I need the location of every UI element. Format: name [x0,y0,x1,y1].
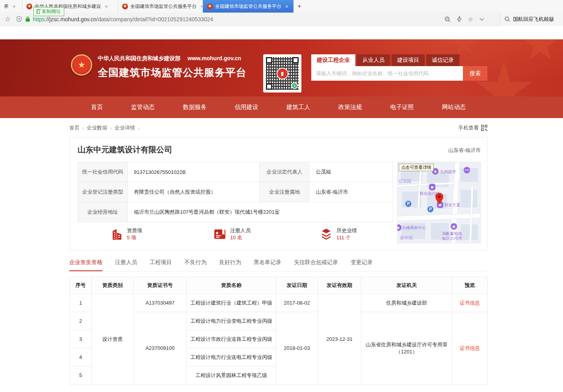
browser-tab-1[interactable]: 界 × [0,0,22,13]
copy-url-tooltip: 复制网址 [33,7,64,16]
qualification-table: 序号 资质类别 资质证书号 资质名称 发证日期 发证有效期 发证机关 预览 1 … [69,277,488,385]
table-header-row: 序号 资质类别 资质证书号 资质名称 发证日期 发证有效期 发证机关 预览 [70,277,488,294]
breadcrumb-home[interactable]: 首页 [69,124,80,131]
business-address-value: 临沂市兰山区陶然路107号星河晶都（联安）现代城1号楼2201室 [127,202,392,222]
map-label-business-center: 九峰商务中心 [402,226,426,230]
search-tab-credit[interactable]: 诚信记录 [426,54,459,66]
registered-region-value: 山东省-临沂市 [309,182,393,202]
stat-registered-personnel[interactable]: 注册人员10 名 [214,227,251,241]
certificate-info-link[interactable]: 证书信息 [460,345,480,351]
tab-blacklist[interactable]: 黑名单记录 [254,259,281,271]
main-nav: 首页 监管动态 数据服务 信用建设 建筑工人 政策法规 电子证照 网站动态 [0,96,563,118]
qr-center-logo: ▮ [277,68,288,80]
browser-tab-3[interactable]: 全国建筑市场监管公共服务平台 × [118,0,203,13]
qual-name-cell: 工程设计风景园林工程专项乙级 [187,366,276,385]
news-search-box[interactable]: 国航回应飞机颠簸 [500,13,563,26]
favorites-star-icon[interactable]: ☆ [468,16,473,23]
stat-historical-performance[interactable]: 历史业绩111 个 [320,227,357,241]
tab-dishonesty-records[interactable]: 失信联合惩戒记录 [294,259,338,271]
search-tab-project[interactable]: 建设项目 [392,54,425,66]
nav-site-news[interactable]: 网站动态 [442,104,466,111]
nav-supervision[interactable]: 监管动态 [131,104,155,111]
field-label: 企业法定代表人 [260,162,309,182]
new-tab-button[interactable]: + [294,0,305,13]
page-top-gap [0,26,563,39]
search-tab-personnel[interactable]: 从业人员 [357,54,390,66]
cert-no-cell: A137030497 [134,294,187,312]
col-header-preview: 预览 [452,277,488,294]
url-bar[interactable]: ☆ https://jzsc.mohurd.gov.cn/data/compan… [0,13,563,26]
nav-policy[interactable]: 政策法规 [338,104,362,111]
col-header-authority: 发证机关 [361,277,452,294]
flash-icon[interactable] [457,16,462,22]
qr-code-icon[interactable] [481,125,487,131]
seq-cell: 4 [70,348,92,366]
mohurd-favicon [122,4,128,9]
tab-registered-personnel[interactable]: 注册人员 [115,259,137,271]
col-header-seq: 序号 [70,277,92,294]
authority-cell: 住房和城乡建设部 [361,294,452,312]
seq-cell: 1 [70,294,92,312]
nav-home[interactable]: 首页 [91,104,103,111]
qr-miniprogram-icon: s [291,82,298,89]
bookmark-star-icon[interactable]: ☆ [5,15,11,23]
chevron-down-icon[interactable] [479,18,484,21]
tab-bad-behavior[interactable]: 不良行为 [184,259,206,271]
map-label-battery-agent: 风帆蓄电池 临沂总代理 [442,231,462,241]
col-header-issue-date: 发证日期 [276,277,318,294]
breadcrumb-detail[interactable]: 企业详情 [115,124,135,131]
nav-credit[interactable]: 信用建设 [235,104,258,111]
legal-rep-value: 公茂福 [309,162,393,182]
tab-close-icon[interactable]: × [285,4,288,9]
tab-projects[interactable]: 工程项目 [150,259,172,271]
zoom-out-icon[interactable] [444,16,451,22]
stat-label: 资质项 [127,227,142,234]
nav-data-service[interactable]: 数据服务 [183,104,206,111]
url-text[interactable]: https://jzsc.mohurd.gov.cn/data/company/… [33,16,213,22]
national-emblem-icon: ★ [71,54,92,76]
battery-poi-icon: ▣ [451,223,457,229]
certificate-icon [214,228,226,240]
company-region: 山东省-临沂市 [448,147,481,154]
seq-cell: 5 [70,366,92,385]
stat-value: 10 名 [230,234,251,241]
mohurd-favicon [26,4,32,9]
tab-change-records[interactable]: 变更记录 [351,259,373,271]
nav-e-license[interactable]: 电子证照 [390,104,414,111]
authority-cell: 山东省住房和城乡建设厅许可专用章（1201） [361,312,452,385]
ministry-name: 中华人民共和国住房和城乡建设部 [98,55,180,62]
search-tab-enterprise[interactable]: 建设工程企业 [311,54,355,66]
map-block [461,224,478,240]
field-label: 统一社会信用代码 [78,162,128,182]
qual-name-cell: 工程设计电力行业送电工程专业丙级 [187,348,276,366]
qr-finder [292,57,299,63]
tab-close-icon[interactable]: × [105,4,108,9]
breadcrumb-enterprise-data[interactable]: 企业数据 [87,124,107,131]
parking-icon: P [405,201,411,207]
company-name: 山东中元建筑设计有限公司 [78,144,172,155]
nav-workers[interactable]: 建筑工人 [286,104,310,111]
preview-cell: 证书信息 [452,312,488,385]
location-map[interactable]: ◉ 九州超市 ATM 记花园 ▣ 联安现代城 ▣ 联安大厦 P P ◉ 九峰商务… [397,162,481,243]
mobile-view-label[interactable]: 手机查看 [458,124,479,131]
building-icon [111,228,123,240]
shield-icon[interactable] [16,16,22,22]
tab-close-icon[interactable]: × [13,4,16,9]
tab-good-behavior[interactable]: 良好行为 [219,259,241,271]
qr-pattern: ▮ s [266,57,299,90]
keyword-search-input[interactable] [311,66,463,81]
seq-cell: 3 [70,330,92,348]
copy-url-label: 复制网址 [42,8,61,15]
table-row: 1 设计资质 A137030497 工程设计建筑行业（建筑工程）甲级 2017-… [70,294,488,312]
credit-code-value: 91371302675501022B [127,162,260,182]
company-stats: 资质项5 项 注册人员10 名 历史业绩111 个 [78,227,393,246]
stat-value: 5 项 [127,234,142,241]
certificate-info-link[interactable]: 证书信息 [460,300,480,306]
search-button[interactable]: 搜索 [463,66,487,81]
breadcrumb-sep: › [110,125,111,131]
browser-tab-active[interactable]: 全国建筑市场监管公共服务平台 × [203,0,294,13]
site-titles: 中华人民共和国住房和城乡建设部 www.mohurd.gov.cn 全国建筑市场… [98,55,247,80]
tab-qualifications[interactable]: 企业资质资格 [69,259,102,271]
stat-qualifications[interactable]: 资质项5 项 [111,227,142,241]
stat-value: 111 个 [336,234,357,241]
